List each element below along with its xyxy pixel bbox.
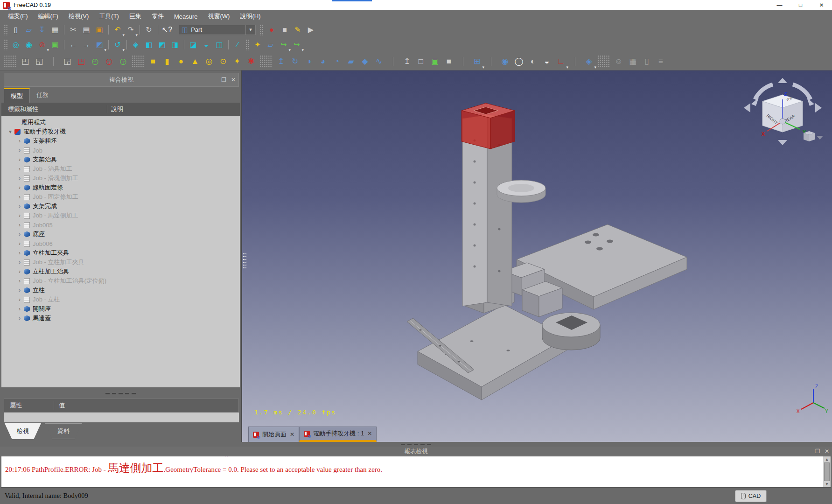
property-tab[interactable]: 資料 <box>45 423 82 439</box>
combo-view-titlebar[interactable]: 複合檢視 ❐ ✕ <box>4 73 239 87</box>
menu-item[interactable]: 視窗(W) <box>203 10 235 22</box>
fit-selection-button[interactable]: ◉ <box>23 39 35 51</box>
tree-item[interactable]: › Job - 立柱加工夾具 <box>1 258 240 267</box>
combo-view-tab[interactable]: 模型 <box>4 88 30 103</box>
reverse-shapes-button[interactable]: ◳ <box>75 55 88 68</box>
expand-caret-icon[interactable]: › <box>16 240 23 247</box>
make-link-button[interactable]: ↪ <box>278 39 290 51</box>
macro-stop-button[interactable]: ■ <box>279 24 291 36</box>
cube-primitive-button[interactable]: ■ <box>147 55 160 68</box>
bottom-view-button[interactable]: ◒ <box>200 39 212 51</box>
torus-primitive-button[interactable]: ◎ <box>203 55 216 68</box>
tree-item[interactable]: › Job - 立柱加工治具(定位銷) <box>1 276 240 286</box>
arrange-button[interactable]: ≡ <box>654 55 667 68</box>
measure-button[interactable]: ∕ <box>231 39 244 51</box>
draw-style-button[interactable]: ⊘ <box>36 39 48 51</box>
cone-primitive-button[interactable]: ▲ <box>189 55 202 68</box>
3d-viewport[interactable]: TOP RIGHT REAR Z X Y Z X Y 1.7 ms / 24.0… <box>241 70 832 442</box>
expand-caret-icon[interactable]: › <box>16 203 23 210</box>
tree-item[interactable]: › Job - 立柱 <box>1 295 240 304</box>
shape-binder-button[interactable]: ■ <box>442 55 455 68</box>
expand-caret-icon[interactable]: ▾ <box>7 128 14 135</box>
tree-item[interactable]: › 支架完成 <box>1 202 240 211</box>
expand-caret-icon[interactable]: › <box>16 259 23 266</box>
boolean-common-button[interactable]: ◯ <box>512 55 525 68</box>
expand-caret-icon[interactable]: › <box>16 306 23 312</box>
copy-button[interactable]: ▤ <box>80 24 92 36</box>
sweep-button[interactable]: ∿ <box>372 55 385 68</box>
front-view-button[interactable]: ◧ <box>143 39 155 51</box>
report-splitter-handle[interactable] <box>0 442 832 447</box>
redo-button[interactable]: ↷ <box>125 24 137 36</box>
ruled-surface-button[interactable]: ▰ <box>344 55 357 68</box>
expand-caret-icon[interactable]: › <box>16 175 23 182</box>
menu-item[interactable]: 零件 <box>147 10 169 22</box>
column-description[interactable]: 說明 <box>107 105 123 113</box>
mesh-from-shape-button[interactable]: ◱ <box>33 55 46 68</box>
workbench-selector[interactable]: ◫ Part ▾ <box>179 25 256 35</box>
left-view-button[interactable]: ◫ <box>213 39 225 51</box>
expand-caret-icon[interactable]: › <box>16 231 23 238</box>
make-sub-link-button[interactable]: ↪ <box>291 39 303 51</box>
navigation-cube[interactable]: TOP RIGHT REAR Z X Y <box>742 77 824 147</box>
extrude-button[interactable]: ↥ <box>274 55 287 68</box>
primitives-dialog-button[interactable]: ✱ <box>245 55 258 68</box>
axonometric-view-button[interactable]: ◈ <box>130 39 142 51</box>
tree-item[interactable]: › Job006 <box>1 239 240 248</box>
expand-caret-icon[interactable]: › <box>16 184 23 191</box>
check-geometry-button[interactable]: ◵ <box>103 55 116 68</box>
undo-button[interactable]: ↶ <box>112 24 124 36</box>
offset-2d-button[interactable]: ▣ <box>428 55 441 68</box>
expand-caret-icon[interactable]: › <box>16 166 23 172</box>
column-label-properties[interactable]: 標籤和屬性 <box>1 105 107 113</box>
tree-item[interactable]: › 開關座 <box>1 304 240 314</box>
expand-caret-icon[interactable]: › <box>16 296 23 303</box>
cylinder-primitive-button[interactable]: ▮ <box>161 55 174 68</box>
scroll-down-icon[interactable]: ▼ <box>825 482 829 486</box>
menu-item[interactable]: 工具(T) <box>94 10 124 22</box>
expand-caret-icon[interactable]: › <box>16 287 23 294</box>
appearance-button[interactable]: ☺ <box>612 55 625 68</box>
column-property[interactable]: 屬性 <box>4 401 54 410</box>
tree-item[interactable]: › 立柱 <box>1 286 240 295</box>
whats-this-button[interactable]: ↖? <box>161 24 173 36</box>
refine-shape-button[interactable]: ◴ <box>89 55 102 68</box>
panel-splitter-handle[interactable] <box>1 390 240 397</box>
combo-view-tab[interactable]: 任務 <box>30 88 55 103</box>
expand-caret-icon[interactable]: › <box>16 194 23 200</box>
paste-button[interactable]: ▣ <box>93 24 105 36</box>
save-button[interactable]: ↧ <box>36 24 48 36</box>
float-panel-icon[interactable]: ❐ <box>815 448 820 455</box>
expand-caret-icon[interactable]: › <box>16 278 23 284</box>
sphere-primitive-button[interactable]: ● <box>175 55 188 68</box>
document-tab[interactable]: 開始頁面 ✕ <box>248 427 299 442</box>
cross-sections-button[interactable]: ◈ <box>582 55 595 68</box>
top-view-button[interactable]: ◩ <box>156 39 168 51</box>
menu-item[interactable]: 檔案(F) <box>3 10 33 22</box>
expand-caret-icon[interactable]: › <box>16 250 23 256</box>
thickness-button[interactable]: □ <box>414 55 427 68</box>
new-file-button[interactable]: ▯ <box>10 24 22 36</box>
tree-item[interactable]: › Job - 滑塊側加工 <box>1 174 240 183</box>
loft-button[interactable]: ◆ <box>358 55 371 68</box>
boolean-xor-button[interactable]: ◒ <box>540 55 553 68</box>
fit-all-button[interactable]: ◎ <box>10 39 22 51</box>
close-tab-icon[interactable]: ✕ <box>367 430 372 437</box>
minimize-button[interactable]: — <box>769 0 790 10</box>
tree-item[interactable]: › 馬達蓋 <box>1 314 240 323</box>
expand-caret-icon[interactable]: › <box>16 138 23 144</box>
menu-item[interactable]: Measure <box>169 10 203 22</box>
refresh-button[interactable]: ↻ <box>143 24 155 36</box>
cut-button[interactable]: ✂ <box>67 24 79 36</box>
chamfer-button[interactable]: ◔ <box>330 55 343 68</box>
maximize-button[interactable]: □ <box>790 0 811 10</box>
macro-execute-button[interactable]: ▶ <box>305 24 317 36</box>
tree-item[interactable]: › Job - 治具加工 <box>1 164 240 174</box>
tree-item[interactable]: 應用程式 <box>1 118 240 127</box>
open-file-button[interactable]: ▱ <box>23 24 35 36</box>
close-panel-icon[interactable]: ✕ <box>825 448 829 455</box>
expand-caret-icon[interactable]: › <box>16 147 23 154</box>
tree-item[interactable]: › 線軌固定條 <box>1 183 240 192</box>
close-button[interactable]: ✕ <box>811 0 832 10</box>
tree-item[interactable]: › Job <box>1 146 240 155</box>
